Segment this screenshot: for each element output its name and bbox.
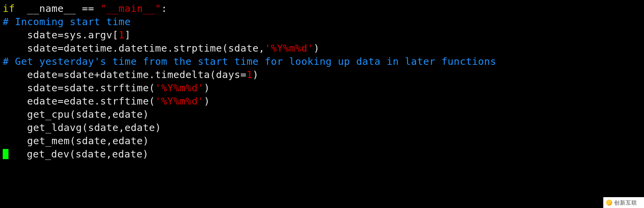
comment-incoming: # Incoming start time (3, 16, 131, 27)
code-line-12: get_dev(sdate,edate) (3, 148, 644, 161)
code-line-1: if __name__ == "__main__": (3, 2, 644, 15)
code-text: edate=sdate+datetime.timedelta(days= (3, 69, 246, 80)
operator-eq: == (82, 3, 100, 14)
string-fmt: '%Y%m%d' (155, 95, 204, 107)
code-text: sdate=sys.argv[ (3, 29, 118, 41)
code-text: ) (314, 42, 320, 54)
code-line-10: get_ldavg(sdate,edate) (3, 121, 644, 134)
string-main: "__main__" (100, 3, 161, 14)
watermark-badge: 创新互联 (603, 197, 644, 208)
code-line-8: edate=edate.strftime('%Y%m%d') (3, 95, 644, 108)
code-text: ) (252, 69, 259, 80)
code-text: sdate=datetime.datetime.strptime(sdate, (3, 42, 265, 54)
code-text: edate=edate.strftime( (3, 95, 155, 107)
number-1: 1 (118, 29, 125, 41)
string-fmt: '%Y%m%d' (155, 82, 204, 94)
colon: : (161, 3, 167, 14)
string-fmt: '%Y%m%d' (265, 42, 314, 54)
code-text: get_cpu(sdate,edate) (3, 109, 149, 120)
code-editor[interactable]: if __name__ == "__main__": # Incoming st… (0, 0, 644, 161)
code-text: get_mem(sdate,edate) (3, 135, 149, 147)
keyword-if: if (3, 3, 15, 14)
code-text: ) (204, 95, 210, 107)
watermark-logo-icon (606, 200, 612, 206)
code-line-11: get_mem(sdate,edate) (3, 134, 644, 148)
code-line-4: sdate=datetime.datetime.strptime(sdate,'… (3, 42, 644, 55)
code-line-9: get_cpu(sdate,edate) (3, 108, 644, 121)
code-text: get_dev(sdate,edate) (8, 148, 149, 160)
watermark-text: 创新互联 (614, 196, 637, 208)
code-line-7: sdate=sdate.strftime('%Y%m%d') (3, 81, 644, 95)
code-line-3: sdate=sys.argv[1] (3, 29, 644, 42)
code-line-6: edate=sdate+datetime.timedelta(days=1) (3, 68, 644, 81)
code-text: get_ldavg(sdate,edate) (3, 122, 161, 133)
cursor-block (3, 149, 8, 159)
code-text: ] (125, 29, 131, 41)
token-name: __name__ (15, 3, 82, 14)
code-text: ) (204, 82, 210, 94)
comment-yesterday: # Get yesterday's time from the start ti… (3, 56, 496, 67)
code-text: sdate=sdate.strftime( (3, 82, 155, 94)
number-1: 1 (246, 69, 252, 80)
code-line-5: # Get yesterday's time from the start ti… (3, 55, 644, 68)
code-line-2: # Incoming start time (3, 15, 644, 29)
